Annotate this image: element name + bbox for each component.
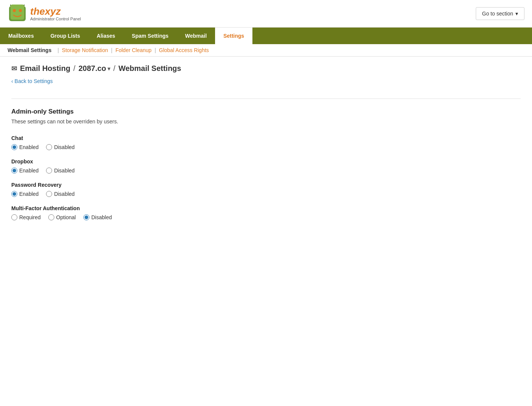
mfa-disabled-radio[interactable] (83, 214, 89, 220)
chat-enabled-radio[interactable] (11, 144, 17, 150)
svg-rect-1 (11, 5, 24, 20)
breadcrumb-section: Email Hosting (20, 64, 70, 73)
mfa-disabled-option[interactable]: Disabled (83, 214, 112, 220)
subnav-link-folder-cleanup[interactable]: Folder Cleanup (115, 47, 152, 53)
domain-dropdown-icon[interactable]: ▾ (108, 66, 110, 72)
nav-bar: Mailboxes Group Lists Aliases Spam Setti… (0, 28, 532, 44)
mfa-radio-row: Required Optional Disabled (11, 214, 521, 220)
nav-item-webmail[interactable]: Webmail (177, 28, 215, 44)
logo-name: thexyz (30, 6, 81, 17)
header: thexyz Administrator Control Panel Go to… (0, 0, 532, 28)
back-to-settings-link[interactable]: ‹ Back to Settings (11, 78, 53, 84)
dropbox-radio-row: Enabled Disabled (11, 168, 521, 174)
password-recovery-disabled-radio[interactable] (46, 191, 52, 197)
chat-setting-group: Chat Enabled Disabled (11, 135, 521, 150)
password-recovery-setting-group: Password Recovery Enabled Disabled (11, 182, 521, 197)
subnav-link-storage-notification[interactable]: Storage Notification (62, 47, 108, 53)
nav-item-spam-settings[interactable]: Spam Settings (123, 28, 177, 44)
nav-item-mailboxes[interactable]: Mailboxes (0, 28, 42, 44)
chat-enabled-option[interactable]: Enabled (11, 144, 38, 150)
divider-top (11, 98, 521, 99)
password-recovery-enabled-option[interactable]: Enabled (11, 191, 38, 197)
dropbox-label: Dropbox (11, 158, 521, 165)
mfa-required-radio[interactable] (11, 214, 17, 220)
nav-item-settings[interactable]: Settings (215, 28, 252, 44)
mfa-setting-group: Multi-Factor Authentication Required Opt… (11, 205, 521, 220)
email-icon: ✉ (11, 65, 17, 73)
sub-nav: Webmail Settings | Storage Notification … (0, 44, 532, 57)
nav-item-group-lists[interactable]: Group Lists (42, 28, 89, 44)
svg-point-3 (19, 9, 22, 12)
dropbox-enabled-option[interactable]: Enabled (11, 168, 38, 174)
password-recovery-enabled-radio[interactable] (11, 191, 17, 197)
chat-disabled-option[interactable]: Disabled (46, 144, 74, 150)
dropbox-enabled-radio[interactable] (11, 168, 17, 174)
mfa-optional-radio[interactable] (48, 214, 54, 220)
password-recovery-disabled-option[interactable]: Disabled (46, 191, 74, 197)
chat-radio-row: Enabled Disabled (11, 144, 521, 150)
password-recovery-label: Password Recovery (11, 182, 521, 188)
logo-icon (8, 4, 27, 23)
admin-settings-section: Admin-only Settings These settings can n… (11, 108, 521, 220)
breadcrumb-page: Webmail Settings (118, 64, 181, 73)
subnav-link-global-access-rights[interactable]: Global Access Rights (159, 47, 209, 53)
logo-area: thexyz Administrator Control Panel (8, 4, 81, 23)
mfa-optional-option[interactable]: Optional (48, 214, 76, 220)
mfa-label: Multi-Factor Authentication (11, 205, 521, 211)
logo-subtitle: Administrator Control Panel (30, 17, 81, 21)
svg-point-2 (13, 9, 16, 12)
subnav-label: Webmail Settings (8, 47, 51, 53)
nav-item-aliases[interactable]: Aliases (88, 28, 123, 44)
dropbox-setting-group: Dropbox Enabled Disabled (11, 158, 521, 174)
content-area: ✉ Email Hosting / 2087.co ▾ / Webmail Se… (0, 57, 532, 236)
password-recovery-radio-row: Enabled Disabled (11, 191, 521, 197)
admin-settings-title: Admin-only Settings (11, 108, 521, 115)
dropbox-disabled-radio[interactable] (46, 168, 52, 174)
chat-label: Chat (11, 135, 521, 141)
admin-settings-desc: These settings can not be overriden by u… (11, 118, 521, 125)
logo-text: thexyz Administrator Control Panel (30, 6, 81, 22)
dropbox-disabled-option[interactable]: Disabled (46, 168, 74, 174)
go-to-section-button[interactable]: Go to section ▾ (476, 7, 525, 20)
breadcrumb-domain: 2087.co ▾ (78, 64, 110, 73)
chat-disabled-radio[interactable] (46, 144, 52, 150)
mfa-required-option[interactable]: Required (11, 214, 41, 220)
breadcrumb: ✉ Email Hosting / 2087.co ▾ / Webmail Se… (11, 64, 521, 73)
